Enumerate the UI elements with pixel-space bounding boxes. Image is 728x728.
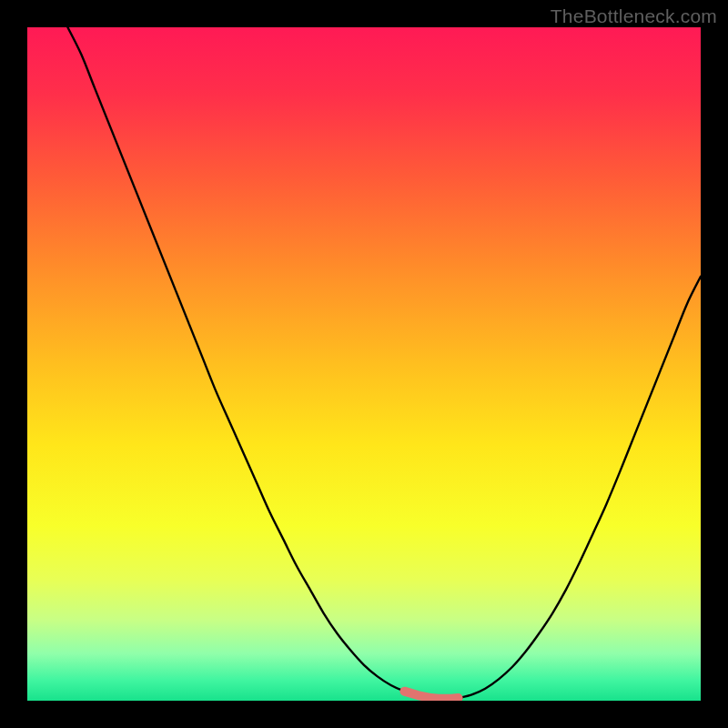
- bottleneck-curve: [67, 27, 701, 699]
- bottleneck-minimum-highlight: [404, 692, 458, 699]
- watermark-text: TheBottleneck.com: [551, 5, 717, 27]
- plot-area: [27, 27, 701, 701]
- bottleneck-curve-svg: [27, 27, 701, 701]
- chart-stage: TheBottleneck.com: [0, 0, 728, 728]
